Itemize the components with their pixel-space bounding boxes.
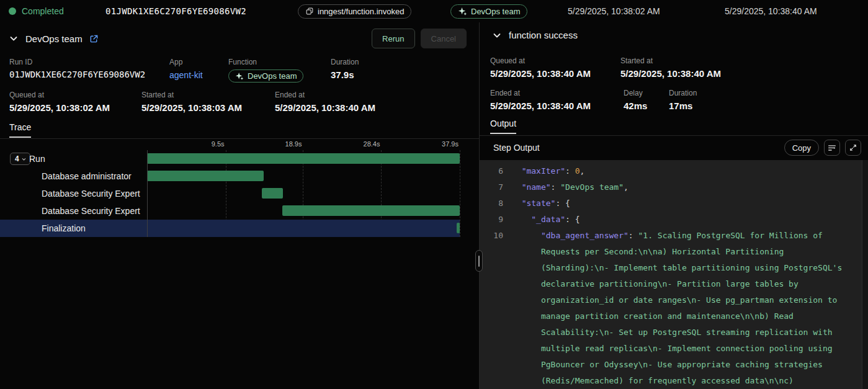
sparkle-icon: [235, 72, 244, 81]
copy-icon: [305, 7, 314, 16]
step-ended-value: 5/29/2025, 10:38:40 AM: [490, 101, 591, 111]
line-number: 8: [480, 195, 503, 212]
trace-row-finalization[interactable]: Finalization: [0, 220, 460, 237]
step-delay-value: 42ms: [624, 101, 647, 111]
axis-tick-label: 9.5s: [212, 140, 226, 148]
axis-tick-label: 28.4s: [364, 140, 382, 148]
trace-row-label: Run: [29, 154, 45, 164]
run-id-text: 01JWDK1XE6C270F6YE69086VW2: [105, 0, 246, 22]
timeline: 4RunDatabase administratorDatabase Secur…: [0, 150, 479, 237]
chevron-down-icon: [21, 156, 27, 162]
run-title: DevOps team: [25, 34, 83, 44]
duration-value: 37.9s: [331, 69, 359, 80]
step-details-panel: function success Queued at 5/29/2025, 10…: [479, 22, 868, 389]
trace-span-bar: [282, 205, 460, 216]
axis-tick-label: 18.9s: [285, 140, 303, 148]
code-line: 9"_data": {: [480, 212, 868, 228]
panel-resize-handle[interactable]: [475, 250, 483, 272]
started-at-value: 5/29/2025, 10:38:03 AM: [141, 102, 242, 113]
copy-output-button[interactable]: Copy: [784, 140, 819, 156]
timeline-axis: 9.5s18.9s28.4s37.9s: [0, 140, 460, 150]
step-queued-value: 5/29/2025, 10:38:40 AM: [490, 68, 591, 79]
trace-span-bar: [262, 188, 283, 199]
step-delay-label: Delay: [624, 89, 647, 97]
run-start-timestamp: 5/29/2025, 10:38:02 AM: [568, 6, 660, 16]
app-label: App: [169, 58, 203, 66]
ended-at-value: 5/29/2025, 10:38:40 AM: [275, 102, 375, 113]
axis-tick-label: 37.9s: [442, 140, 460, 148]
step-duration-value: 17ms: [669, 101, 697, 111]
rerun-button[interactable]: Rerun: [372, 29, 414, 48]
step-ended-label: Ended at: [490, 89, 591, 97]
output-title: Step Output: [493, 143, 540, 153]
gridline: [460, 150, 460, 237]
function-label: Function: [228, 58, 303, 66]
trace-row-database-security-expert[interactable]: Database Security Expert: [0, 185, 460, 202]
step-duration-label: Duration: [669, 89, 697, 97]
collapse-chevron-icon[interactable]: [9, 34, 19, 43]
trace-row-label: Database Security Expert: [42, 189, 140, 199]
queued-at-label: Queued at: [9, 91, 110, 99]
function-badge[interactable]: DevOps team: [228, 69, 303, 83]
trace-row-label: Database administrator: [42, 171, 132, 181]
expand-icon: [849, 143, 857, 152]
status-dot-icon: [9, 7, 16, 15]
step-started-label: Started at: [620, 56, 721, 65]
app-link[interactable]: agent-kit: [169, 70, 203, 80]
run-id-value: 01JWDK1XE6C270F6YE69086VW2: [9, 69, 145, 79]
queued-at-value: 5/29/2025, 10:38:02 AM: [9, 102, 110, 113]
divider: [0, 138, 479, 139]
ended-at-label: Ended at: [275, 91, 375, 99]
word-wrap-button[interactable]: [824, 140, 840, 156]
step-output-code[interactable]: 6"maxIter": 0,7"name": "DevOps team",8"s…: [480, 160, 868, 389]
code-line: 6"maxIter": 0,: [480, 163, 868, 179]
step-title: function success: [509, 30, 578, 40]
line-number: 9: [480, 212, 503, 228]
run-details-panel: DevOps team Rerun Cancel Run ID 01JWDK1X…: [0, 22, 479, 389]
step-count: 4: [15, 154, 19, 163]
function-badge-top[interactable]: DevOps team: [450, 0, 527, 22]
line-number: 10: [480, 228, 503, 244]
run-id-label: Run ID: [9, 58, 145, 66]
trace-span-bar: [147, 171, 264, 181]
expand-output-button[interactable]: [845, 140, 861, 156]
code-line: 7"name": "DevOps team",: [480, 179, 868, 195]
step-started-value: 5/29/2025, 10:38:40 AM: [620, 68, 721, 79]
duration-label: Duration: [331, 58, 359, 66]
function-badge-value: DevOps team: [248, 71, 297, 81]
line-number: 7: [480, 179, 503, 195]
step-queued-label: Queued at: [490, 56, 591, 65]
event-badge[interactable]: inngest/function.invoked: [298, 0, 411, 22]
line-number: 6: [480, 163, 503, 179]
run-end-timestamp: 5/29/2025, 10:38:40 AM: [725, 6, 817, 16]
trace-row-run[interactable]: 4Run: [0, 150, 460, 168]
top-bar: Completed 01JWDK1XE6C270F6YE69086VW2 inn…: [0, 0, 868, 22]
trace-span-bar: [147, 153, 460, 164]
run-status: Completed: [9, 0, 64, 22]
cancel-button[interactable]: Cancel: [421, 29, 467, 48]
function-badge-label: DevOps team: [471, 7, 520, 16]
trace-row-label: Database Security Expert: [42, 206, 140, 216]
output-toolbar: Step Output Copy: [480, 135, 868, 160]
step-count-expander[interactable]: 4: [10, 153, 30, 165]
collapse-chevron-icon[interactable]: [492, 30, 502, 40]
code-line: 8"state": {: [480, 195, 868, 212]
event-badge-label: inngest/function.invoked: [318, 7, 404, 16]
scrollbar-track[interactable]: [862, 160, 868, 389]
trace-row-database-administrator[interactable]: Database administrator: [0, 168, 460, 185]
status-label: Completed: [22, 6, 64, 16]
tab-output[interactable]: Output: [490, 118, 516, 134]
code-line: 10"dba_agent_answer": "1. Scaling Postgr…: [480, 228, 868, 389]
tab-trace[interactable]: Trace: [9, 122, 31, 138]
trace-span-bar: [457, 223, 460, 233]
sparkle-icon: [458, 7, 467, 16]
word-wrap-icon: [827, 143, 837, 153]
started-at-label: Started at: [141, 91, 242, 99]
trace-row-database-security-expert[interactable]: Database Security Expert: [0, 202, 460, 220]
trace-row-label: Finalization: [42, 223, 86, 233]
external-link-icon[interactable]: [89, 34, 99, 43]
